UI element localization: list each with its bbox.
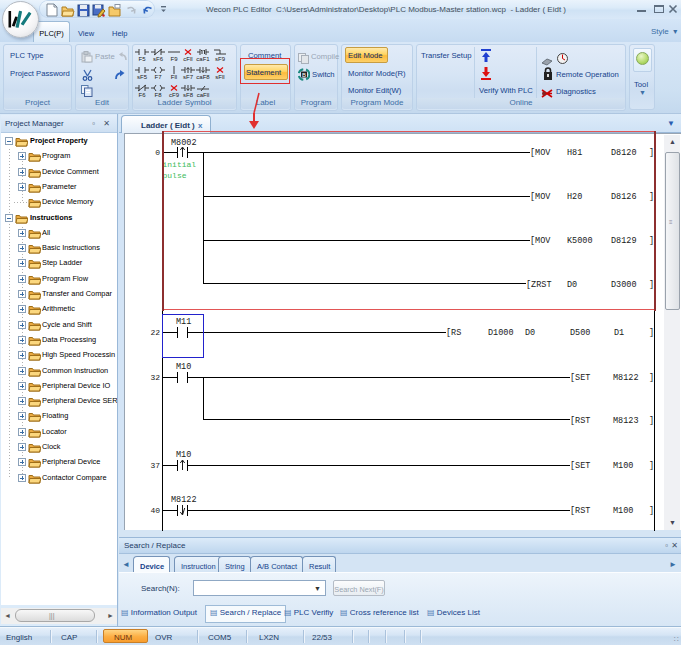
svg-text:[SET: [SET bbox=[570, 461, 590, 471]
svg-text:B: B bbox=[302, 72, 306, 78]
svg-text:M10: M10 bbox=[176, 450, 191, 460]
svg-text:M10: M10 bbox=[176, 362, 191, 372]
svg-text:D0: D0 bbox=[525, 328, 535, 338]
svg-text:[RS: [RS bbox=[446, 328, 461, 338]
svg-text:]: ] bbox=[649, 373, 654, 383]
svg-text:22: 22 bbox=[150, 328, 160, 337]
svg-text:[SET: [SET bbox=[570, 373, 590, 383]
svg-text:]: ] bbox=[649, 506, 654, 516]
svg-text:M8122: M8122 bbox=[613, 373, 639, 383]
svg-text:[RST: [RST bbox=[570, 416, 590, 426]
svg-text:40: 40 bbox=[150, 506, 160, 515]
svg-text:M8122: M8122 bbox=[171, 495, 197, 505]
svg-text:M100: M100 bbox=[613, 506, 633, 516]
svg-text:M8123: M8123 bbox=[613, 416, 639, 426]
svg-text:D1000: D1000 bbox=[488, 328, 514, 338]
svg-text:D1: D1 bbox=[614, 328, 624, 338]
svg-text:]: ] bbox=[649, 328, 654, 338]
svg-text:]: ] bbox=[649, 461, 654, 471]
svg-text:M100: M100 bbox=[613, 461, 633, 471]
svg-text:]: ] bbox=[649, 416, 654, 426]
svg-text:32: 32 bbox=[150, 373, 160, 382]
svg-text:0: 0 bbox=[155, 148, 160, 157]
svg-text:[RST: [RST bbox=[570, 506, 590, 516]
svg-text:D500: D500 bbox=[570, 328, 590, 338]
svg-text:37: 37 bbox=[150, 461, 160, 470]
